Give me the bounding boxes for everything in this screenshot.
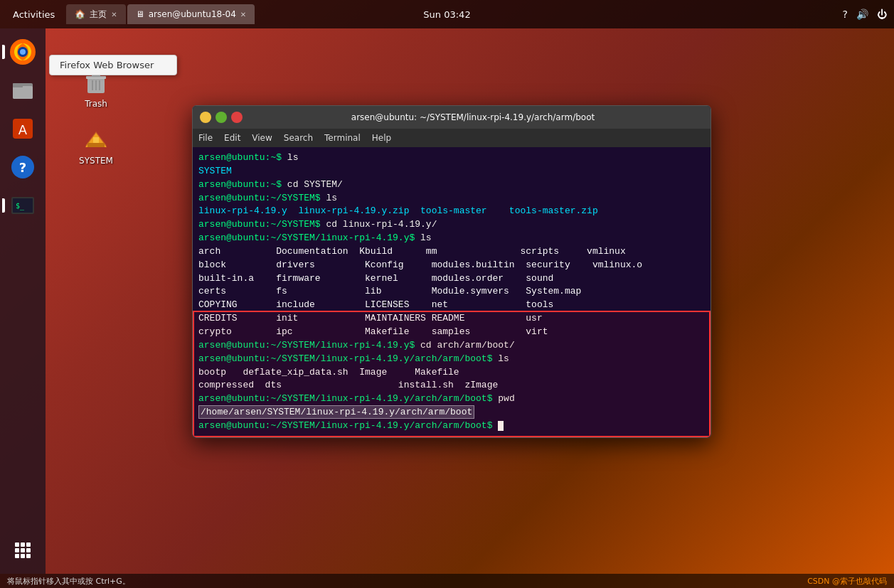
terminal-line-18: compressed dts install.sh zImage xyxy=(198,379,705,392)
minimize-button[interactable] xyxy=(200,112,211,123)
terminal-line-4: arsen@ubuntu:~/SYSTEM$ ls xyxy=(198,192,705,205)
terminal-line-11: certs fs lib Module.symvers System.map xyxy=(198,285,705,299)
window-controls xyxy=(200,112,243,123)
help-icon[interactable]: ? xyxy=(843,9,848,20)
dock-terminal[interactable]: $_ xyxy=(5,188,41,223)
tab-bar: 🏠 主页 ✕ 🖥 arsen@ubuntu18-04 ✕ xyxy=(66,4,255,24)
terminal-content[interactable]: arsen@ubuntu:~$ ls SYSTEM arsen@ubuntu:~… xyxy=(193,147,711,437)
close-button[interactable] xyxy=(231,112,243,123)
terminal-line-14: crypto ipc Makefile samples virt xyxy=(198,326,705,339)
bottombar-hint: 将鼠标指针移入其中或按 Ctrl+G。 xyxy=(7,576,130,587)
tab-terminal[interactable]: 🖥 arsen@ubuntu18-04 ✕ xyxy=(127,4,255,24)
trash-label: Trash xyxy=(85,99,107,109)
bottombar-credit: CSDN @索子也敲代码 xyxy=(807,576,887,587)
terminal-line-13: CREDITS init MAINTAINERS README usr xyxy=(198,312,705,326)
power-icon[interactable]: ⏻ xyxy=(877,9,887,20)
terminal-line-6: arsen@ubuntu:~/SYSTEM$ cd linux-rpi-4.19… xyxy=(198,218,705,232)
terminal-line-8: arch Documentation Kbuild mm scripts vml… xyxy=(198,245,705,259)
terminal-window: arsen@ubuntu: ~/SYSTEM/linux-rpi-4.19.y/… xyxy=(192,105,711,438)
bottombar: 将鼠标指针移入其中或按 Ctrl+G。 CSDN @索子也敲代码 xyxy=(0,574,894,588)
svg-rect-5 xyxy=(13,86,33,99)
svg-point-3 xyxy=(20,49,26,55)
cursor xyxy=(498,421,504,431)
tab-terminal-close[interactable]: ✕ xyxy=(240,11,246,18)
svg-text:$_: $_ xyxy=(16,202,25,210)
terminal-line-9: block drivers Kconfig modules.builtin se… xyxy=(198,259,705,272)
volume-icon[interactable]: 🔊 xyxy=(856,9,868,20)
terminal-line-19: arsen@ubuntu:~/SYSTEM/linux-rpi-4.19.y/a… xyxy=(198,392,705,406)
terminal-tab-icon: 🖥 xyxy=(136,9,144,19)
terminal-line-20: /home/arsen/SYSTEM/linux-rpi-4.19.y/arch… xyxy=(198,406,705,419)
dock-help[interactable]: ? xyxy=(5,149,41,185)
topbar: Activities 🏠 主页 ✕ 🖥 arsen@ubuntu18-04 ✕ … xyxy=(0,0,894,28)
tab-home[interactable]: 🏠 主页 ✕ xyxy=(66,4,125,24)
menu-search[interactable]: Search xyxy=(284,133,313,143)
menu-edit[interactable]: Edit xyxy=(224,133,240,143)
menu-file[interactable]: File xyxy=(198,133,213,143)
topbar-left: Activities 🏠 主页 ✕ 🖥 arsen@ubuntu18-04 ✕ xyxy=(7,4,255,24)
terminal-line-15: arsen@ubuntu:~/SYSTEM/linux-rpi-4.19.y$ … xyxy=(198,339,705,353)
terminal-line-12: COPYING include LICENSES net tools xyxy=(198,299,705,312)
maximize-button[interactable] xyxy=(215,112,227,123)
svg-text:A: A xyxy=(18,122,28,137)
firefox-tooltip-area: Firefox Web Browser xyxy=(49,55,177,78)
dock: A ? $_ xyxy=(0,28,46,574)
menu-help[interactable]: Help xyxy=(372,133,391,143)
svg-rect-20 xyxy=(87,143,105,147)
dock-firefox[interactable] xyxy=(5,34,41,70)
terminal-title: arsen@ubuntu: ~/SYSTEM/linux-rpi-4.19.y/… xyxy=(243,112,703,122)
topbar-right: ? 🔊 ⏻ xyxy=(843,9,887,20)
desktop-icon-system[interactable]: SYSTEM xyxy=(71,124,121,166)
terminal-titlebar: arsen@ubuntu: ~/SYSTEM/linux-rpi-4.19.y/… xyxy=(193,106,711,129)
svg-text:?: ? xyxy=(19,160,26,175)
tab-home-close[interactable]: ✕ xyxy=(111,11,117,18)
dock-files[interactable] xyxy=(5,73,41,108)
menu-view[interactable]: View xyxy=(252,133,272,143)
dock-software[interactable]: A xyxy=(5,111,41,146)
firefox-tooltip: Firefox Web Browser xyxy=(49,55,177,75)
tab-terminal-label: arsen@ubuntu18-04 xyxy=(149,9,236,19)
terminal-line-17: bootp deflate_xip_data.sh Image Makefile xyxy=(198,366,705,380)
activities-button[interactable]: Activities xyxy=(7,9,60,20)
svg-rect-6 xyxy=(13,83,23,87)
tab-home-label: 主页 xyxy=(90,9,107,21)
dock-apps-grid[interactable] xyxy=(5,533,41,568)
terminal-line-3: arsen@ubuntu:~$ cd SYSTEM/ xyxy=(198,178,705,192)
terminal-line-16: arsen@ubuntu:~/SYSTEM/linux-rpi-4.19.y/a… xyxy=(198,353,705,366)
system-label: SYSTEM xyxy=(79,156,113,166)
menu-terminal[interactable]: Terminal xyxy=(324,133,361,143)
terminal-line-5: linux-rpi-4.19.y linux-rpi-4.19.y.zip to… xyxy=(198,205,705,218)
terminal-line-1: arsen@ubuntu:~$ ls xyxy=(198,151,705,165)
terminal-line-10: built-in.a firmware kernel modules.order… xyxy=(198,272,705,286)
grid-icon xyxy=(15,542,31,558)
home-icon: 🏠 xyxy=(75,9,85,19)
terminal-menubar: File Edit View Search Terminal Help xyxy=(193,129,711,147)
terminal-line-7: arsen@ubuntu:~/SYSTEM/linux-rpi-4.19.y$ … xyxy=(198,232,705,245)
pwd-result: /home/arsen/SYSTEM/linux-rpi-4.19.y/arch… xyxy=(198,405,474,419)
topbar-clock: Sun 03:42 xyxy=(423,9,470,20)
svg-rect-21 xyxy=(93,137,99,143)
terminal-line-2: SYSTEM xyxy=(198,165,705,178)
terminal-line-21: arsen@ubuntu:~/SYSTEM/linux-rpi-4.19.y/a… xyxy=(198,419,705,433)
